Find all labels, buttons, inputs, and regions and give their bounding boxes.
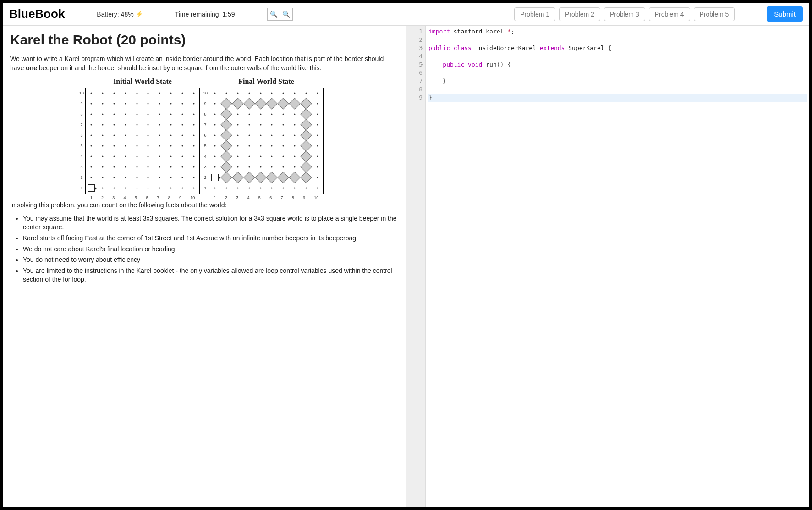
main-split: Karel the Robot (20 points) We want to w… xyxy=(3,26,809,507)
code-line[interactable]: public void run() { xyxy=(428,61,807,69)
problem-tab-2[interactable]: Problem 2 xyxy=(559,7,600,21)
problem-title: Karel the Robot (20 points) xyxy=(10,32,399,48)
code-line[interactable] xyxy=(428,85,807,94)
top-bar: BlueBook Battery:48% ⚡ Time remaining 1:… xyxy=(3,3,809,26)
time-label: Time remaining xyxy=(175,11,219,18)
fact-item: You may assume that the world is at leas… xyxy=(23,214,399,232)
code-area[interactable]: import stanford.karel.*;public class Ins… xyxy=(426,26,809,507)
zoom-controls: 🔍 🔍 xyxy=(267,8,293,21)
problem-tab-5[interactable]: Problem 5 xyxy=(694,7,735,21)
problem-panel[interactable]: Karel the Robot (20 points) We want to w… xyxy=(3,26,406,507)
code-line[interactable] xyxy=(428,69,807,77)
problem-tab-3[interactable]: Problem 3 xyxy=(604,7,645,21)
problem-tab-1[interactable]: Problem 1 xyxy=(514,7,555,21)
world-diagrams: Initial World State 10987654321123456789… xyxy=(10,78,399,194)
battery-status: Battery:48% ⚡ xyxy=(97,11,143,18)
fact-item: You do not need to worry about efficienc… xyxy=(23,255,399,265)
time-remaining: Time remaining 1:59 xyxy=(175,11,235,18)
battery-label: Battery: xyxy=(97,11,119,18)
code-line[interactable]: public class InsideBorderKarel extends S… xyxy=(428,44,807,52)
initial-world-grid: 1098765432112345678910 xyxy=(85,88,200,194)
code-line[interactable] xyxy=(428,36,807,44)
zoom-out-icon: 🔍 xyxy=(282,11,290,18)
problem-intro: We want to write a Karel program which w… xyxy=(10,54,399,73)
problem-tabs: Problem 1Problem 2Problem 3Problem 4Prob… xyxy=(514,7,735,21)
intro-text-b: beeper on it and the border should be in… xyxy=(37,64,321,72)
battery-value: 48% xyxy=(121,11,134,18)
code-line[interactable]: } xyxy=(428,77,807,85)
app-brand: BlueBook xyxy=(9,7,65,21)
initial-world-wrap: Initial World State 10987654321123456789… xyxy=(85,78,200,194)
karel-icon xyxy=(211,174,219,181)
fact-item: Karel starts off facing East at the corn… xyxy=(23,234,399,243)
submit-button[interactable]: Submit xyxy=(767,6,803,22)
line-gutter: 123456789 xyxy=(406,26,426,507)
zoom-in-icon: 🔍 xyxy=(270,11,278,18)
initial-world-title: Initial World State xyxy=(85,78,200,86)
charging-icon: ⚡ xyxy=(136,11,143,17)
final-world-wrap: Final World State 1098765432112345678910 xyxy=(209,78,324,194)
fact-item: You are limited to the instructions in t… xyxy=(23,266,399,284)
code-line[interactable]: } xyxy=(428,94,807,102)
problem-tab-4[interactable]: Problem 4 xyxy=(649,7,690,21)
time-value: 1:59 xyxy=(222,11,235,18)
final-world-grid: 1098765432112345678910 xyxy=(209,88,324,194)
zoom-in-button[interactable]: 🔍 xyxy=(267,8,280,21)
intro-one: one xyxy=(26,64,37,72)
fact-item: We do not care about Karel's final locat… xyxy=(23,245,399,254)
code-editor[interactable]: 123456789 import stanford.karel.*;public… xyxy=(406,26,809,507)
code-line[interactable] xyxy=(428,52,807,61)
code-line[interactable]: import stanford.karel.*; xyxy=(428,28,807,36)
facts-intro: In solving this problem, you can count o… xyxy=(10,200,399,210)
zoom-out-button[interactable]: 🔍 xyxy=(280,8,293,21)
final-world-title: Final World State xyxy=(209,78,324,86)
facts-list: You may assume that the world is at leas… xyxy=(23,214,399,284)
karel-icon xyxy=(88,184,95,192)
